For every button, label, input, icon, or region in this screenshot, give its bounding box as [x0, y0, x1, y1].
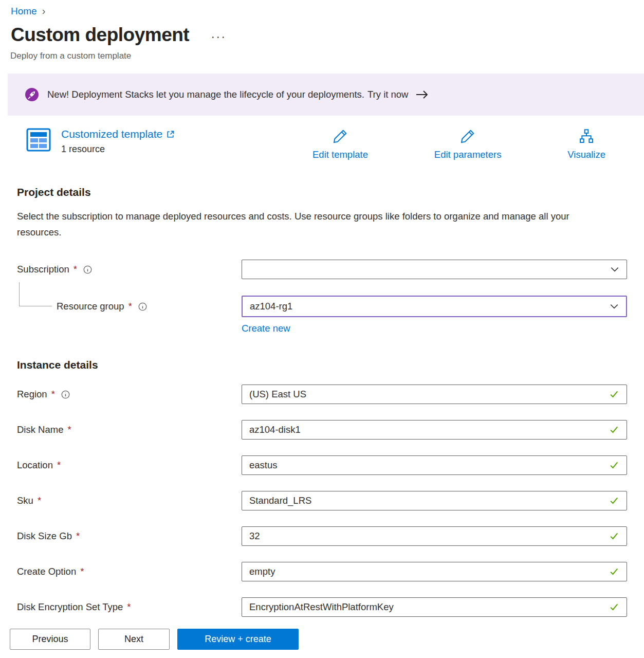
- edit-parameters-button[interactable]: Edit parameters: [434, 128, 502, 160]
- checkmark-icon: [609, 460, 619, 470]
- pencil-icon: [332, 128, 348, 144]
- required-asterisk: *: [51, 389, 55, 400]
- location-field-row: Location * eastus: [17, 455, 627, 475]
- more-options-menu[interactable]: ···: [211, 26, 226, 44]
- customized-template-link[interactable]: Customized template: [61, 128, 175, 140]
- input-value: (US) East US: [249, 389, 605, 400]
- label-text: Disk Encryption Set Type: [17, 601, 123, 613]
- required-asterisk: *: [80, 566, 84, 577]
- label-text: Sku: [17, 495, 33, 506]
- required-asterisk: *: [73, 264, 77, 275]
- label-text: Subscription: [17, 264, 69, 275]
- checkmark-icon: [609, 531, 619, 541]
- create-option-field-row: Create Option * empty: [17, 562, 627, 581]
- action-label: Edit parameters: [434, 149, 502, 160]
- disk-encryption-set-type-input[interactable]: EncryptionAtRestWithPlatformKey: [242, 597, 627, 617]
- label-text: Region: [17, 389, 47, 400]
- input-value: EncryptionAtRestWithPlatformKey: [249, 601, 605, 613]
- action-label: Edit template: [312, 149, 368, 160]
- label-text: Create Option: [17, 566, 76, 577]
- checkmark-icon: [609, 425, 619, 435]
- required-asterisk: *: [67, 424, 71, 435]
- required-asterisk: *: [38, 495, 41, 506]
- template-resource-count: 1 resource: [61, 144, 175, 155]
- disk-name-input[interactable]: az104-disk1: [242, 420, 627, 440]
- required-asterisk: *: [128, 301, 132, 312]
- info-icon[interactable]: [138, 302, 147, 311]
- region-field-row: Region * (US) East US: [17, 385, 627, 404]
- input-value: Standard_LRS: [249, 495, 605, 506]
- sku-input[interactable]: Standard_LRS: [242, 491, 627, 510]
- label-text: Disk Name: [17, 424, 63, 435]
- disk-size-label: Disk Size Gb *: [17, 531, 242, 542]
- edit-template-button[interactable]: Edit template: [312, 128, 368, 160]
- subscription-dropdown[interactable]: [242, 260, 627, 279]
- disk-encryption-set-type-label: Disk Encryption Set Type *: [17, 601, 242, 613]
- disk-size-field-row: Disk Size Gb * 32: [17, 526, 627, 546]
- visualize-button[interactable]: Visualize: [567, 128, 605, 160]
- banner-cta[interactable]: Try it now: [367, 89, 409, 100]
- rocket-icon: [25, 87, 39, 102]
- label-text: Location: [17, 460, 53, 471]
- template-actions: Edit template Edit parameters Visualize: [312, 128, 621, 160]
- create-new-link[interactable]: Create new: [242, 323, 290, 334]
- sku-field-row: Sku * Standard_LRS: [17, 491, 627, 510]
- wizard-footer: Previous Next Review + create: [0, 620, 644, 658]
- page-subtitle: Deploy from a custom template: [10, 51, 644, 61]
- create-option-input[interactable]: empty: [242, 562, 627, 581]
- page-title: Custom deployment: [11, 24, 189, 46]
- chevron-down-icon: [610, 265, 619, 274]
- disk-size-input[interactable]: 32: [242, 526, 627, 546]
- subscription-field-row: Subscription *: [17, 260, 627, 279]
- pencil-icon: [459, 128, 476, 144]
- location-input[interactable]: eastus: [242, 455, 627, 475]
- location-label: Location *: [17, 460, 242, 471]
- previous-button[interactable]: Previous: [10, 629, 90, 650]
- checkmark-icon: [609, 496, 619, 506]
- info-icon[interactable]: [83, 265, 92, 274]
- info-icon[interactable]: [61, 390, 70, 399]
- banner-message: New! Deployment Stacks let you manage th…: [47, 89, 364, 100]
- instance-details-heading: Instance details: [17, 359, 644, 371]
- hierarchy-icon: [578, 128, 595, 144]
- disk-name-label: Disk Name *: [17, 424, 242, 435]
- resource-group-value: az104-rg1: [250, 301, 605, 312]
- checkmark-icon: [609, 602, 619, 612]
- disk-encryption-set-type-field-row: Disk Encryption Set Type * EncryptionAtR…: [17, 597, 627, 617]
- input-value: eastus: [249, 460, 605, 471]
- checkmark-icon: [609, 566, 619, 577]
- input-value: az104-disk1: [249, 424, 605, 435]
- deployment-stacks-banner: New! Deployment Stacks let you manage th…: [8, 74, 644, 116]
- label-text: Resource group: [57, 301, 124, 312]
- project-details-description: Select the subscription to manage deploy…: [17, 209, 607, 240]
- breadcrumb: Home ›: [0, 0, 644, 17]
- sku-label: Sku *: [17, 495, 242, 506]
- breadcrumb-home-link[interactable]: Home: [11, 6, 37, 17]
- review-create-button[interactable]: Review + create: [177, 629, 299, 650]
- region-input[interactable]: (US) East US: [242, 385, 627, 404]
- resource-group-field-row: Resource group * az104-rg1: [17, 296, 627, 317]
- subscription-label: Subscription *: [17, 264, 242, 275]
- input-value: empty: [249, 566, 605, 577]
- page-content: Home › Custom deployment ··· Deploy from…: [0, 0, 644, 620]
- region-label: Region *: [17, 389, 242, 400]
- disk-name-field-row: Disk Name * az104-disk1: [17, 420, 627, 440]
- breadcrumb-separator: ›: [42, 5, 46, 17]
- required-asterisk: *: [76, 531, 80, 542]
- next-button[interactable]: Next: [98, 629, 170, 650]
- template-link-label: Customized template: [61, 128, 162, 140]
- required-asterisk: *: [127, 601, 131, 613]
- resource-group-dropdown[interactable]: az104-rg1: [242, 296, 627, 317]
- project-details-heading: Project details: [17, 186, 644, 198]
- template-icon: [26, 128, 51, 152]
- action-label: Visualize: [567, 149, 605, 160]
- field-connector-line: [19, 282, 52, 306]
- label-text: Disk Size Gb: [17, 531, 72, 542]
- chevron-down-icon: [610, 302, 619, 311]
- checkmark-icon: [609, 389, 619, 399]
- create-option-label: Create Option *: [17, 566, 242, 577]
- template-card: Customized template 1 resource Edit temp…: [26, 128, 621, 160]
- arrow-right-icon[interactable]: [415, 89, 429, 100]
- required-asterisk: *: [57, 460, 61, 471]
- external-link-icon: [166, 130, 175, 139]
